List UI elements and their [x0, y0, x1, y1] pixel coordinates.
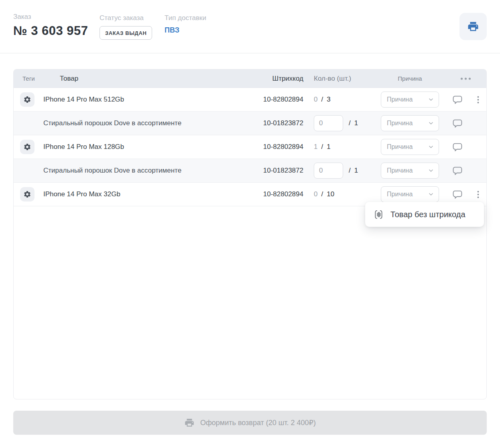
qty-total: 10: [327, 190, 334, 198]
qty-cell: / 1: [314, 115, 367, 131]
tags-cell: [20, 140, 43, 154]
context-menu-item-no-barcode[interactable]: Товар без штрикода: [390, 210, 465, 219]
column-header-qty: Кол-во (шт.): [314, 75, 367, 83]
actions-cell: [452, 166, 479, 176]
qty-total: 1: [327, 143, 330, 151]
row-menu-button[interactable]: [477, 96, 479, 104]
order-header: Заказ № 3 603 957 Статус заказа ЗАКАЗ ВЫ…: [0, 0, 500, 53]
table-row: Стиральный порошок Dove в ассортименте 1…: [14, 112, 486, 135]
gear-icon: [23, 96, 31, 104]
product-barcode: 10-01823872: [261, 119, 303, 127]
order-label: Заказ: [13, 13, 88, 21]
table-row: IPhone 14 Pro Max 512Gb 10-82802894 0 / …: [14, 88, 486, 112]
return-order-button-label: Оформить возврат (20 шт. 2 400₽): [200, 418, 316, 427]
qty-done: 1: [314, 143, 317, 151]
actions-cell: [452, 142, 479, 152]
qty-cell: 1 / 1: [314, 143, 367, 151]
product-settings-button[interactable]: [20, 92, 35, 107]
actions-cell: [452, 189, 479, 200]
column-header-barcode: Штрихкод: [261, 75, 303, 83]
row-menu-button[interactable]: [477, 191, 479, 198]
qty-separator: /: [321, 190, 323, 198]
order-block: Заказ № 3 603 957: [13, 13, 88, 38]
delivery-type-label: Тип доставки: [165, 14, 206, 22]
reason-select[interactable]: Причина: [381, 163, 439, 179]
kebab-menu-icon: [477, 191, 479, 198]
column-header-product: Товар: [43, 75, 261, 83]
chevron-down-icon: [428, 167, 434, 174]
qty-input[interactable]: [314, 163, 343, 179]
reason-select-value: Причина: [387, 96, 413, 103]
return-order-button[interactable]: Оформить возврат (20 шт. 2 400₽): [13, 411, 487, 435]
reason-select-value: Причина: [387, 191, 413, 198]
tags-cell: [20, 187, 43, 202]
comment-icon: [452, 189, 463, 200]
qty-separator: /: [349, 167, 351, 175]
table-header-row: Теги Товар Штрихкод Кол-во (шт.) Причина: [14, 69, 486, 88]
actions-cell: [452, 95, 479, 105]
product-name: IPhone 14 Pro Max 32Gb: [43, 190, 261, 198]
column-header-reason: Причина: [381, 75, 439, 82]
product-settings-button[interactable]: [20, 140, 35, 154]
product-name: Стиральный порошок Dove в ассортименте: [43, 167, 261, 175]
comment-button[interactable]: [452, 189, 463, 200]
order-page: Заказ № 3 603 957 Статус заказа ЗАКАЗ ВЫ…: [0, 0, 500, 448]
status-badge: ЗАКАЗ ВЫДАН: [100, 26, 152, 40]
status-block: Статус заказа ЗАКАЗ ВЫДАН: [100, 14, 152, 40]
reason-cell: Причина: [381, 139, 439, 155]
product-barcode: 10-82802894: [261, 143, 303, 151]
delivery-type-link[interactable]: ПВЗ: [165, 26, 206, 35]
product-settings-button[interactable]: [20, 187, 35, 202]
more-options-icon: [460, 77, 471, 80]
comment-button[interactable]: [452, 95, 463, 105]
product-barcode: 10-82802894: [261, 190, 303, 198]
qty-total: 3: [327, 96, 330, 104]
qty-cell: 0 / 3: [314, 96, 367, 104]
chevron-down-icon: [428, 191, 434, 198]
row-context-menu: Товар без штрикода: [365, 202, 484, 227]
chevron-down-icon: [428, 120, 434, 126]
gear-icon: [23, 143, 31, 151]
tags-cell: [20, 92, 43, 107]
product-barcode: 10-01823872: [261, 167, 303, 175]
reason-cell: Причина: [381, 92, 439, 108]
reason-select[interactable]: Причина: [381, 115, 439, 131]
reason-select-value: Причина: [387, 120, 413, 127]
comment-button[interactable]: [452, 166, 463, 176]
comment-button[interactable]: [452, 118, 463, 128]
reason-cell: Причина: [381, 163, 439, 179]
print-button[interactable]: [459, 13, 487, 40]
chevron-down-icon: [428, 144, 434, 150]
barcode-scan-icon: [373, 209, 384, 220]
qty-total: 1: [354, 119, 358, 127]
product-barcode: 10-82802894: [261, 96, 303, 104]
column-header-more[interactable]: [452, 77, 479, 80]
delivery-block: Тип доставки ПВЗ: [165, 14, 206, 35]
product-name: IPhone 14 Pro Max 128Gb: [43, 143, 261, 151]
order-status-label: Статус заказа: [100, 14, 152, 22]
comment-icon: [452, 166, 463, 176]
printer-icon: [184, 417, 195, 428]
column-header-tags: Теги: [20, 75, 43, 82]
kebab-menu-icon: [477, 96, 479, 104]
products-table: Теги Товар Штрихкод Кол-во (шт.) Причина…: [13, 69, 487, 399]
product-name: IPhone 14 Pro Max 512Gb: [43, 96, 261, 104]
chevron-down-icon: [428, 96, 434, 103]
gear-icon: [23, 190, 31, 198]
qty-done: 0: [314, 190, 317, 198]
table-row: IPhone 14 Pro Max 128Gb 10-82802894 1 / …: [14, 135, 486, 159]
order-number: № 3 603 957: [13, 24, 88, 38]
reason-select[interactable]: Причина: [381, 139, 439, 155]
reason-select[interactable]: Причина: [381, 186, 439, 202]
qty-total: 1: [354, 167, 358, 175]
reason-select-value: Причина: [387, 143, 413, 151]
qty-input[interactable]: [314, 115, 343, 131]
qty-separator: /: [321, 96, 323, 104]
reason-select[interactable]: Причина: [381, 92, 439, 108]
qty-separator: /: [321, 143, 323, 151]
comment-button[interactable]: [452, 142, 463, 152]
printer-icon: [467, 20, 479, 33]
qty-separator: /: [349, 119, 351, 127]
qty-cell: / 1: [314, 163, 367, 179]
table-row: Стиральный порошок Dove в ассортименте 1…: [14, 159, 486, 183]
